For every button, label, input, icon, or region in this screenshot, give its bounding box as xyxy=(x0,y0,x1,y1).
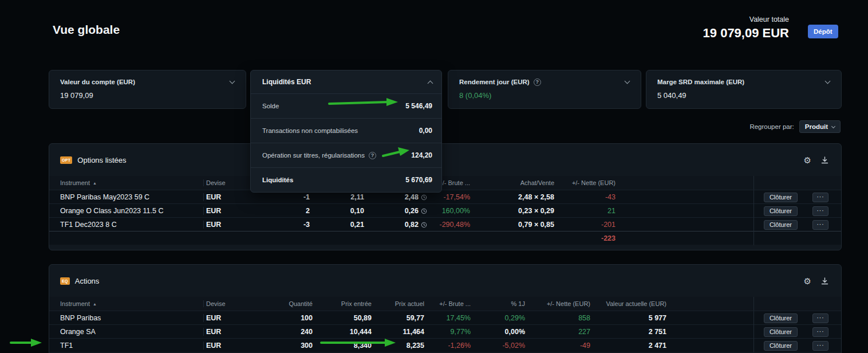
card-day-return-amount: 8 (0,04%) xyxy=(459,91,629,100)
card-srd-margin-head: Marge SRD maximale (EUR) xyxy=(657,77,830,87)
table-row: TF1 EUR 300 8,340 8,235 -1,26% -5,02% -4… xyxy=(49,338,841,352)
liquidity-dropdown-panel: Liquidités EUR Solde 5 546,49 Transactio… xyxy=(250,70,442,193)
row-actions-cell: Clôturer ··· xyxy=(753,204,841,218)
gear-icon[interactable]: ⚙ xyxy=(804,156,811,164)
more-options-button[interactable]: ··· xyxy=(812,313,828,323)
col-header-actions xyxy=(753,297,841,311)
liquidity-row-label: Opération sur titres, régularisations ? xyxy=(262,152,376,159)
instrument-cell[interactable]: TF1 Dec2023 8 C xyxy=(60,221,203,229)
sort-asc-icon: ▲ xyxy=(93,181,97,185)
close-position-button[interactable]: Clôturer xyxy=(764,206,798,216)
group-by-select[interactable]: Produit xyxy=(799,120,841,133)
col-header-actions xyxy=(753,176,841,190)
current-price-cell: 8,235 xyxy=(372,342,424,350)
sort-asc-icon: ▲ xyxy=(93,302,97,306)
more-options-button[interactable]: ··· xyxy=(812,193,828,202)
chevron-down-icon[interactable] xyxy=(625,78,630,84)
instrument-cell[interactable]: BNP Paribas xyxy=(60,314,203,322)
close-position-button[interactable]: Clôturer xyxy=(764,313,798,323)
net-return-cell: -49 xyxy=(525,342,590,350)
options-section-header: OPT Options listées ⚙ xyxy=(49,144,841,176)
table-row: BNP Paribas EUR 100 50,89 59,77 17,45% 0… xyxy=(49,311,841,324)
table-row: Orange O Class Jun2023 11.5 C EUR 2 0,10… xyxy=(49,203,841,217)
day-change-cell: 0,29% xyxy=(471,314,525,322)
gear-icon[interactable]: ⚙ xyxy=(804,277,811,285)
equities-section-title: Actions xyxy=(75,277,100,285)
card-srd-margin[interactable]: Marge SRD maximale (EUR) 5 040,49 xyxy=(646,70,842,109)
options-table: Instrument▲ Devise +/- Brute ... Achat/V… xyxy=(49,176,841,245)
more-options-button[interactable]: ··· xyxy=(812,220,828,230)
close-position-button[interactable]: Clôturer xyxy=(764,220,798,230)
close-position-button[interactable]: Clôturer xyxy=(764,193,798,202)
close-position-button[interactable]: Clôturer xyxy=(764,327,798,337)
col-header-quantite[interactable]: Quantité xyxy=(261,300,313,307)
col-header-brute[interactable]: +/- Brute ... xyxy=(424,300,471,307)
help-icon[interactable]: ? xyxy=(369,152,376,159)
download-icon[interactable] xyxy=(821,277,828,285)
card-account-value[interactable]: Valeur du compte (EUR) 19 079,09 xyxy=(49,70,246,109)
instrument-cell[interactable]: Orange SA xyxy=(60,328,203,336)
col-header-prix-actuel[interactable]: Prix actuel xyxy=(372,300,424,307)
instrument-cell[interactable]: Orange O Class Jun2023 11.5 C xyxy=(60,207,203,215)
options-section: OPT Options listées ⚙ Instrument▲ Devise… xyxy=(49,143,842,250)
group-by-control: Regrouper par: Produit xyxy=(749,120,841,133)
entry-price-cell: 8,340 xyxy=(313,342,372,350)
card-day-return[interactable]: Rendement jour (EUR) ? 8 (0,04%) xyxy=(448,70,641,109)
group-by-label: Regrouper par: xyxy=(749,123,794,130)
equities-section-tools: ⚙ xyxy=(804,277,828,285)
gross-return-cell: -290,48% xyxy=(427,221,470,229)
net-return-cell: 227 xyxy=(525,328,590,336)
liquidity-row-label: Transactions non comptabilisées xyxy=(262,127,358,134)
gross-return-cell: 17,45% xyxy=(424,314,471,322)
current-value-cell: 2 471 xyxy=(590,342,666,350)
instrument-cell[interactable]: BNP Paribas May2023 59 C xyxy=(60,193,203,201)
bid-ask-cell: 0,79 × 0,85 xyxy=(470,221,554,229)
liquidity-row-value: 0,00 xyxy=(419,127,432,135)
table-row: TF1 Dec2023 8 C EUR -3 0,21 0,82 -290,48… xyxy=(49,217,841,231)
col-header-valeur[interactable]: Valeur actuelle (EUR) xyxy=(590,300,666,307)
col-header-prix-entree[interactable]: Prix entrée xyxy=(313,300,372,307)
liquidity-row-label: Solde xyxy=(262,103,279,109)
delayed-quote-clock-icon xyxy=(421,194,427,201)
row-actions-cell: Clôturer ··· xyxy=(753,311,841,325)
liquidity-panel-header[interactable]: Liquidités EUR xyxy=(251,70,441,93)
equities-badge: EQ xyxy=(60,277,70,285)
col-header-nette[interactable]: +/- Nette (EUR) xyxy=(525,300,590,307)
chevron-down-icon[interactable] xyxy=(230,78,235,84)
equities-section-header: EQ Actions ⚙ xyxy=(49,265,841,297)
day-change-cell: 0,00% xyxy=(471,328,525,336)
devise-cell: EUR xyxy=(203,207,261,215)
chevron-up-icon[interactable] xyxy=(428,80,433,86)
current-price-cell: 2,48 xyxy=(364,193,427,201)
more-options-button[interactable]: ··· xyxy=(812,327,828,337)
download-icon[interactable] xyxy=(821,156,828,164)
group-by-selected-value: Produit xyxy=(805,123,828,130)
col-header-pct-1j[interactable]: % 1J xyxy=(471,300,525,307)
total-value: 19 079,09 EUR xyxy=(703,26,789,41)
close-position-button[interactable]: Clôturer xyxy=(764,341,798,351)
row-actions-cell: Clôturer ··· xyxy=(753,325,841,339)
entry-price-cell: 2,11 xyxy=(310,193,364,201)
more-options-button[interactable]: ··· xyxy=(812,341,828,351)
gross-return-cell: 9,77% xyxy=(424,328,471,336)
current-price-cell: 0,26 xyxy=(364,207,427,215)
liquidity-row-total: Liquidités 5 670,69 xyxy=(251,167,441,192)
current-price-value: 0,82 xyxy=(405,221,419,229)
help-icon[interactable]: ? xyxy=(534,79,541,86)
col-header-nette[interactable]: +/- Nette (EUR) xyxy=(554,179,616,186)
current-value-cell: 5 977 xyxy=(590,314,666,322)
devise-cell: EUR xyxy=(203,221,261,229)
chevron-down-icon[interactable] xyxy=(825,78,831,84)
col-header-instrument[interactable]: Instrument▲ xyxy=(60,179,203,186)
more-options-button[interactable]: ··· xyxy=(812,206,828,216)
instrument-cell[interactable]: TF1 xyxy=(60,342,203,350)
col-header-devise[interactable]: Devise xyxy=(203,300,261,307)
col-header-achat-vente[interactable]: Achat/Vente xyxy=(470,179,554,186)
current-value-cell: 2 751 xyxy=(590,328,666,336)
deposit-button[interactable]: Dépôt xyxy=(808,25,838,38)
col-header-instrument[interactable]: Instrument▲ xyxy=(60,300,203,307)
bid-ask-cell: 2,48 × 2,58 xyxy=(470,193,554,201)
liquidity-row-solde: Solde 5 546,49 xyxy=(251,93,441,118)
current-price-cell: 0,82 xyxy=(364,221,427,229)
options-total-row: -223 xyxy=(49,231,841,245)
